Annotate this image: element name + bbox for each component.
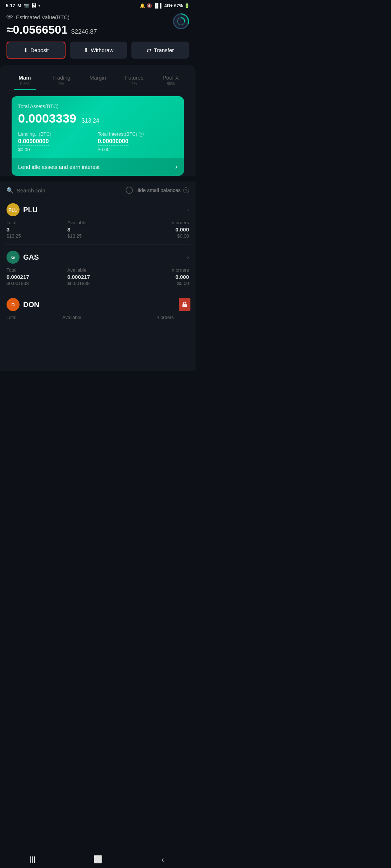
tab-futures-pct: 4% <box>117 81 151 86</box>
tab-poolx-label: Pool-X <box>154 75 188 81</box>
eye-icon[interactable]: 👁 <box>7 13 13 21</box>
tab-margin-pct: - - <box>81 81 115 86</box>
don-red-badge[interactable] <box>179 298 190 311</box>
asset-usd-value: $13.24 <box>81 118 99 124</box>
info-icon: ? <box>139 132 144 137</box>
svg-rect-1 <box>182 304 187 307</box>
hide-balance-checkbox[interactable] <box>126 187 133 194</box>
tab-futures-label: Futures <box>117 75 151 81</box>
plu-logo: PLU <box>7 203 20 216</box>
transfer-label: Transfer <box>154 47 174 53</box>
gas-orders: 0.000 <box>128 274 189 280</box>
dot-indicator: • <box>38 3 40 8</box>
don-ticker: DON <box>23 301 39 309</box>
gallery-icon: 🖼 <box>31 3 36 8</box>
withdraw-icon: ⬆ <box>84 47 88 54</box>
plu-orders-usd: $0.00 <box>128 233 189 239</box>
search-input[interactable] <box>17 187 71 193</box>
don-available-col: Available <box>62 315 118 321</box>
wallet-tabs: Main 0.5% Trading 5% Margin - - Futures … <box>7 71 189 90</box>
coin-item-don[interactable]: D DON Total Available In orders <box>5 292 190 327</box>
asset-card-title: Total Assets(BTC) <box>18 103 177 109</box>
gas-logo: G <box>7 251 20 264</box>
gas-available: 0.000217 <box>67 274 128 280</box>
portfolio-icon[interactable] <box>173 13 189 29</box>
action-buttons: ⬇ Deposit ⬆ Withdraw ⇄ Transfer <box>0 42 196 65</box>
transfer-button[interactable]: ⇄ Transfer <box>131 42 189 59</box>
gas-available-label: Available <box>67 267 128 273</box>
don-total-label: Total <box>7 315 62 320</box>
plu-available-usd: $13.25 <box>67 233 128 239</box>
alarm-icon: 🔔 <box>140 3 145 8</box>
plu-ticker: PLU <box>23 206 38 214</box>
coin-item-plu[interactable]: PLU PLU › Total 3 $13.25 Available 3 $13… <box>5 197 190 245</box>
gas-orders-col: In orders 0.000 $0.00 <box>128 267 189 286</box>
plu-available: 3 <box>67 226 128 233</box>
status-bar: 5:17 M 📷 🖼 • 🔔 🔇 ▐▌▌ 4G+ 67% 🔋 <box>0 0 196 10</box>
plu-arrow-icon: › <box>187 207 189 213</box>
tab-poolx-pct: 89% <box>154 81 188 86</box>
hide-balance-toggle[interactable]: Hide small balances ? <box>126 187 189 194</box>
deposit-label: Deposit <box>30 47 49 53</box>
lending-col: Lending...(BTC) 0.00000000 $0.00 <box>18 131 98 152</box>
transfer-icon: ⇄ <box>147 47 151 54</box>
withdraw-label: Withdraw <box>91 47 114 53</box>
lend-banner[interactable]: Lend idle assets and earn interest › <box>12 158 184 176</box>
interest-col: Total Interest(BTC) ? 0.00000000 $0.00 <box>98 131 177 152</box>
plu-orders-col: In orders 0.000 $0.00 <box>128 220 189 239</box>
lending-label: Lending...(BTC) <box>18 131 98 137</box>
asset-card: Total Assets(BTC) 0.0003339 $13.24 Lendi… <box>12 96 184 176</box>
tab-main[interactable]: Main 0.5% <box>7 71 43 90</box>
interest-btc: 0.00000000 <box>98 138 129 146</box>
tab-poolx[interactable]: Pool-X 89% <box>152 71 189 90</box>
gas-arrow-icon: › <box>187 254 189 260</box>
deposit-button[interactable]: ⬇ Deposit <box>7 42 66 59</box>
gas-available-col: Available 0.000217 $0.001838 <box>67 267 128 286</box>
gas-total-usd: $0.001838 <box>7 281 67 286</box>
gas-ticker: GAS <box>23 253 39 261</box>
estimated-label: Estimated Value(BTC) <box>16 14 70 20</box>
plu-available-label: Available <box>67 220 128 225</box>
lending-btc: 0.00000000 <box>18 138 49 146</box>
gas-total-col: Total 0.000217 $0.001838 <box>7 267 67 286</box>
tab-margin-label: Margin <box>81 75 115 81</box>
hide-balance-label: Hide small balances <box>135 187 181 193</box>
don-total-col: Total <box>7 315 62 321</box>
battery-icon: 🔋 <box>184 3 190 8</box>
plu-orders: 0.000 <box>128 226 189 233</box>
mail-icon: M <box>17 3 21 8</box>
don-orders-label: In orders <box>118 315 174 320</box>
usd-value: $2246.87 <box>71 28 97 35</box>
withdraw-button[interactable]: ⬆ Withdraw <box>70 42 127 59</box>
tab-main-label: Main <box>8 75 42 81</box>
header: 👁 Estimated Value(BTC) ≈0.0566501 $2246.… <box>0 10 196 42</box>
tab-trading[interactable]: Trading 5% <box>43 71 80 90</box>
don-orders-col: In orders <box>118 315 174 321</box>
lend-arrow-icon: › <box>175 163 177 171</box>
coin-item-gas[interactable]: G GAS › Total 0.000217 $0.001838 Availab… <box>5 245 190 292</box>
tab-trading-label: Trading <box>45 75 78 81</box>
instagram-icon: 📷 <box>24 3 29 8</box>
plu-total-usd: $13.25 <box>7 233 67 239</box>
plu-orders-label: In orders <box>128 220 189 225</box>
mute-icon: 🔇 <box>147 3 152 8</box>
deposit-icon: ⬇ <box>23 47 28 54</box>
hide-balance-info-icon: ? <box>183 187 189 193</box>
gas-orders-usd: $0.00 <box>128 281 189 286</box>
gas-total-label: Total <box>7 267 67 273</box>
tabs-container: Main 0.5% Trading 5% Margin - - Futures … <box>0 65 196 176</box>
tab-trading-pct: 5% <box>45 81 78 86</box>
gas-total: 0.000217 <box>7 274 67 280</box>
asset-btc-value: 0.0003339 <box>18 111 76 125</box>
network-type: 4G+ <box>164 3 173 8</box>
interest-label: Total Interest(BTC) ? <box>98 131 177 137</box>
tab-futures[interactable]: Futures 4% <box>116 71 152 90</box>
lending-usd: $0.00 <box>18 147 98 152</box>
time: 5:17 <box>6 3 15 8</box>
plu-total-label: Total <box>7 220 67 225</box>
gas-orders-label: In orders <box>128 267 189 273</box>
search-row: 🔍 Hide small balances ? <box>0 182 196 197</box>
plu-available-col: Available 3 $13.25 <box>67 220 128 239</box>
plu-total-col: Total 3 $13.25 <box>7 220 67 239</box>
tab-margin[interactable]: Margin - - <box>80 71 116 90</box>
